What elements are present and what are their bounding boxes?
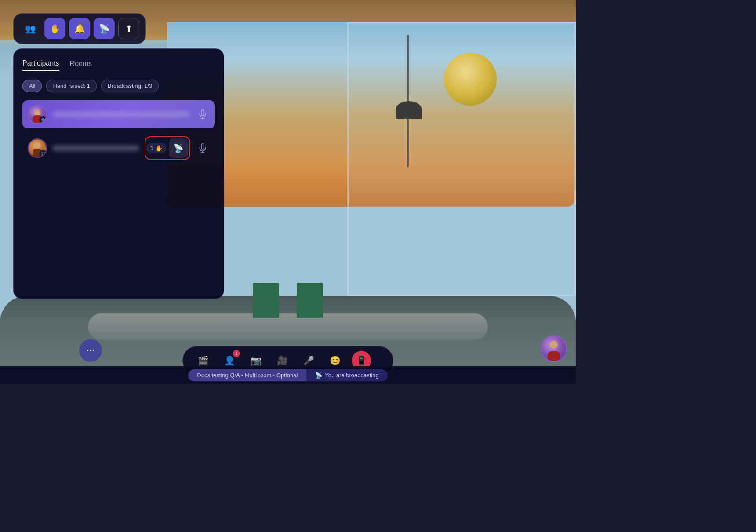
participant-name-blurred bbox=[52, 111, 190, 117]
lamp-head bbox=[396, 101, 422, 119]
filter-row: All Hand raised: 1 Broadcasting: 1/3 bbox=[22, 80, 215, 92]
avatar: 🎧 bbox=[28, 138, 47, 158]
people-button[interactable]: 👥 bbox=[20, 18, 41, 39]
camera-icon: 📷 bbox=[251, 355, 262, 366]
emoji-icon: 😊 bbox=[330, 355, 341, 366]
broadcast-wave-icon: 📡 bbox=[174, 143, 183, 153]
reactions-button[interactable]: 🔔 bbox=[69, 18, 90, 39]
avatar-badge: 🎭 bbox=[39, 116, 47, 124]
people-count-icon: 👤 bbox=[224, 355, 235, 366]
share-button[interactable]: ⬆ bbox=[118, 18, 139, 39]
tab-rooms[interactable]: Rooms bbox=[70, 59, 92, 71]
avatar: 🎭 bbox=[28, 105, 47, 124]
hand-count: 1 bbox=[150, 145, 153, 152]
hand-raised-badge: 1 ✋ bbox=[147, 143, 166, 153]
broadcast-button[interactable]: 📡 bbox=[94, 18, 115, 39]
people-count-badge: 1 bbox=[233, 350, 240, 357]
participant-name-blurred bbox=[52, 145, 139, 151]
film-icon: 🎬 bbox=[198, 355, 209, 366]
avatar-badge: 🎧 bbox=[39, 150, 47, 158]
broadcast-status-icon: 📡 bbox=[315, 372, 322, 379]
participant-row: 🎭 bbox=[22, 100, 215, 128]
participants-panel: Participants Rooms All Hand raised: 1 Br… bbox=[13, 48, 224, 299]
end-broadcast-icon: 📱 bbox=[356, 355, 367, 366]
broadcast-icon: 📡 bbox=[99, 23, 110, 34]
filter-all[interactable]: All bbox=[22, 80, 42, 92]
broadcast-status-label: You are broadcasting bbox=[325, 372, 378, 379]
bell-icon: 🔔 bbox=[74, 23, 85, 34]
participant-row: 🎧 1 ✋ 📡 bbox=[22, 132, 215, 164]
participant-icons bbox=[196, 107, 210, 121]
chairs bbox=[230, 283, 345, 318]
top-toolbar: 👥 ✋ 🔔 📡 ⬆ bbox=[13, 13, 146, 44]
status-bar: Docs testing Q/A - Multi room - Optional… bbox=[0, 366, 576, 384]
filter-hand-raised[interactable]: Hand raised: 1 bbox=[46, 80, 97, 92]
share-icon: ⬆ bbox=[125, 23, 133, 34]
panel-tabs: Participants Rooms bbox=[22, 59, 215, 71]
filter-broadcasting[interactable]: Broadcasting: 1/3 bbox=[101, 80, 159, 92]
mic-button[interactable] bbox=[196, 141, 210, 155]
mic-button[interactable] bbox=[196, 107, 210, 121]
hand-emoji-icon: ✋ bbox=[155, 145, 163, 152]
hand-broadcast-group: 1 ✋ 📡 bbox=[145, 136, 190, 160]
tab-participants[interactable]: Participants bbox=[22, 59, 59, 71]
broadcast-participant-button[interactable]: 📡 bbox=[169, 138, 188, 158]
raise-hand-button[interactable]: ✋ bbox=[44, 18, 65, 39]
hand-icon: ✋ bbox=[50, 23, 61, 34]
decorative-sphere bbox=[444, 53, 497, 106]
people-icon: 👥 bbox=[25, 23, 36, 34]
microphone-icon: 🎤 bbox=[303, 355, 314, 366]
broadcast-status: 📡 You are broadcasting bbox=[306, 369, 387, 381]
chair bbox=[297, 283, 323, 318]
session-label: Docs testing Q/A - Multi room - Optional bbox=[188, 369, 306, 381]
mic-icon bbox=[198, 109, 207, 119]
mic-icon bbox=[198, 143, 207, 153]
chair bbox=[253, 283, 279, 318]
dots-icon: ⋯ bbox=[86, 345, 95, 356]
user-avatar-corner[interactable] bbox=[541, 335, 567, 362]
dots-menu-button[interactable]: ⋯ bbox=[79, 339, 102, 362]
video-icon: 🎥 bbox=[277, 355, 288, 366]
